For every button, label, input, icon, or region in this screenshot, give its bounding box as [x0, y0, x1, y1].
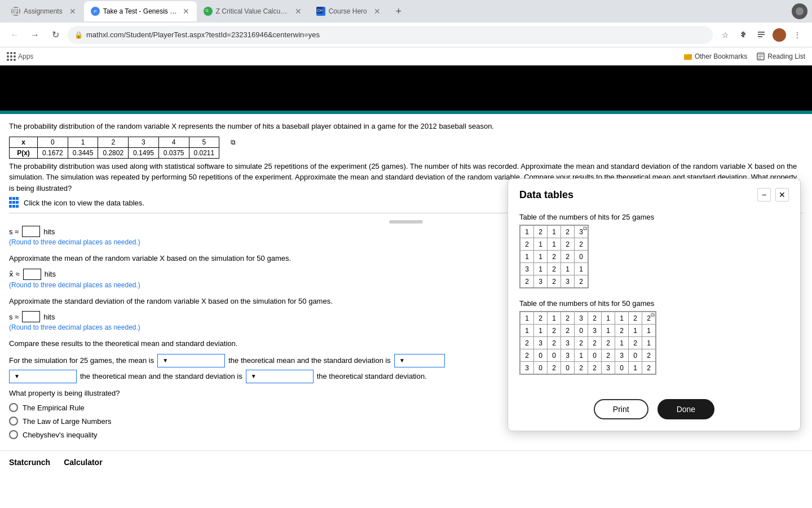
radio-empirical-circle [9, 403, 18, 412]
table-cell: 3 [520, 263, 534, 275]
radio-large-numbers-circle [9, 417, 18, 426]
q50-mean-input[interactable] [23, 269, 41, 280]
table-cell: 2 [520, 349, 534, 362]
table-cell: 3 [534, 337, 548, 349]
reading-list-icon [756, 52, 765, 61]
tab-take-test-close[interactable]: ✕ [183, 7, 190, 16]
modal-controls: − ✕ [757, 188, 789, 202]
tab-course-hero-close[interactable]: ✕ [373, 7, 382, 16]
table-cell: 2 [561, 226, 575, 238]
table-cell: 2 [575, 337, 588, 349]
q50-mean-xbar: x̄ ≈ [9, 270, 20, 278]
svg-rect-13 [758, 36, 762, 37]
table-cell: 1 [548, 226, 561, 238]
compare-50-mean-dropdown[interactable]: ▼ [9, 370, 77, 383]
modal-body: Table of the numbers of hits for 25 game… [508, 206, 800, 395]
table-px-3: 0.1495 [129, 147, 159, 158]
table-cell: 1 [520, 312, 534, 325]
tab-assignments-close[interactable]: ✕ [68, 7, 77, 16]
data-section-25: Table of the numbers of hits for 25 game… [519, 213, 789, 290]
table-cell: 0 [615, 362, 629, 374]
bookmark-folder-icon [683, 52, 692, 61]
table-cell: 2 [548, 263, 561, 275]
z-calc-favicon: G [204, 7, 213, 16]
table25-expand-icon[interactable]: ⧉ [583, 225, 587, 232]
tab-z-calc-close[interactable]: ✕ [294, 7, 303, 16]
table-cell: 1 [534, 238, 548, 251]
tab-take-test[interactable]: P Take a Test - Genesis Quezada ✕ [84, 1, 197, 21]
back-button[interactable]: ← [7, 27, 23, 43]
table-expand-icon[interactable]: ⧉ [219, 137, 248, 147]
reading-list-button[interactable] [753, 27, 769, 43]
table-cell: 2 [602, 337, 615, 349]
bookmark-button[interactable]: ☆ [717, 27, 733, 43]
table50-expand-icon[interactable]: ⧉ [651, 312, 655, 318]
tab-z-calc[interactable]: G Z Critical Value Calculator ✕ [197, 1, 310, 21]
table-x-1: 1 [68, 137, 98, 147]
table-cell: 2 [629, 312, 642, 325]
tab-course-hero[interactable]: CH Course Hero ✕ [310, 1, 389, 21]
address-bar[interactable]: 🔒 mathxl.com/Student/PlayerTest.aspx?tes… [68, 26, 713, 44]
table-cell: 0 [548, 349, 561, 362]
tab-assignments-title: Assignments [24, 7, 63, 15]
radio-empirical-label: The Empirical Rule [23, 404, 85, 412]
theoretical-std-label-2: the theoretical standard deviation. [317, 372, 427, 380]
table-cell: 2 [520, 275, 534, 288]
compare-50-std-dropdown[interactable]: ▼ [246, 370, 314, 383]
compare-25-mean-arrow: ▼ [162, 357, 168, 364]
table-cell: 2 [534, 312, 548, 325]
table-cell: 2 [548, 325, 561, 337]
table-cell: 3 [588, 325, 602, 337]
radio-chebyshev[interactable]: Chebyshev's inequality [9, 430, 803, 439]
table-cell: 0 [588, 349, 602, 362]
calculator-button[interactable]: Calculator [64, 458, 102, 467]
theoretical-mean-label-2: the theoretical mean and the standard de… [80, 372, 242, 380]
other-bookmarks[interactable]: Other Bookmarks [683, 52, 747, 61]
table-cell: 2 [588, 362, 602, 374]
profile-button[interactable] [771, 27, 787, 43]
print-button[interactable]: Print [594, 399, 648, 419]
forward-button[interactable]: → [27, 27, 43, 43]
table-cell: 1 [534, 263, 548, 275]
course-hero-favicon: CH [316, 7, 325, 16]
modal-close-button[interactable]: ✕ [775, 188, 789, 202]
table-cell: 3 [602, 362, 615, 374]
nav-actions: ☆ ⋮ [717, 27, 805, 43]
modal-minimize-button[interactable]: − [757, 188, 771, 202]
svg-point-10 [796, 7, 804, 15]
q50-std-input[interactable] [22, 311, 40, 322]
compare-25-mean-dropdown[interactable]: ▼ [157, 354, 225, 367]
statcrunch-button[interactable]: Statcrunch [9, 458, 50, 467]
done-button[interactable]: Done [657, 399, 714, 419]
table-cell: 1 [534, 251, 548, 263]
tab-take-test-title: Take a Test - Genesis Quezada [103, 7, 177, 15]
menu-button[interactable]: ⋮ [789, 27, 805, 43]
scroll-handle[interactable] [389, 220, 423, 224]
tab-assignments[interactable]: Assignments ✕ [5, 1, 84, 21]
reload-button[interactable]: ↻ [47, 27, 63, 43]
svg-text:CH: CH [317, 8, 323, 12]
table-cell: 2 [520, 238, 534, 251]
table-cell: 2 [602, 349, 615, 362]
table25-container: ⧉ 1212321122112203121123232 [519, 225, 589, 288]
reading-list[interactable]: Reading List [756, 52, 805, 61]
lock-icon: 🔒 [74, 31, 83, 39]
table-px-5: 0.0211 [189, 147, 219, 158]
assignments-favicon [11, 7, 20, 16]
page-content: The probability distribution of the rand… [0, 65, 812, 508]
data-tables-icon[interactable] [9, 197, 20, 208]
extensions-button[interactable] [735, 27, 751, 43]
compare-25-std-dropdown[interactable]: ▼ [394, 354, 445, 367]
probability-table: x 0 1 2 3 4 5 ⧉ P(x) 0.1672 0.3445 0.280… [9, 137, 248, 159]
radio-large-numbers-label: The Law of Large Numbers [23, 417, 112, 426]
new-tab-button[interactable]: + [391, 3, 407, 19]
table-cell: 0 [575, 251, 588, 263]
table-x-5: 5 [189, 137, 219, 147]
table-cell: 0 [534, 349, 548, 362]
apps-button[interactable]: Apps [7, 52, 33, 61]
svg-rect-11 [758, 32, 765, 33]
table-cell: 0 [534, 362, 548, 374]
q25-std-input[interactable] [22, 226, 40, 237]
table-cell: 0 [561, 362, 575, 374]
for-25-label: For the simulation for 25 games, the mea… [9, 356, 154, 365]
